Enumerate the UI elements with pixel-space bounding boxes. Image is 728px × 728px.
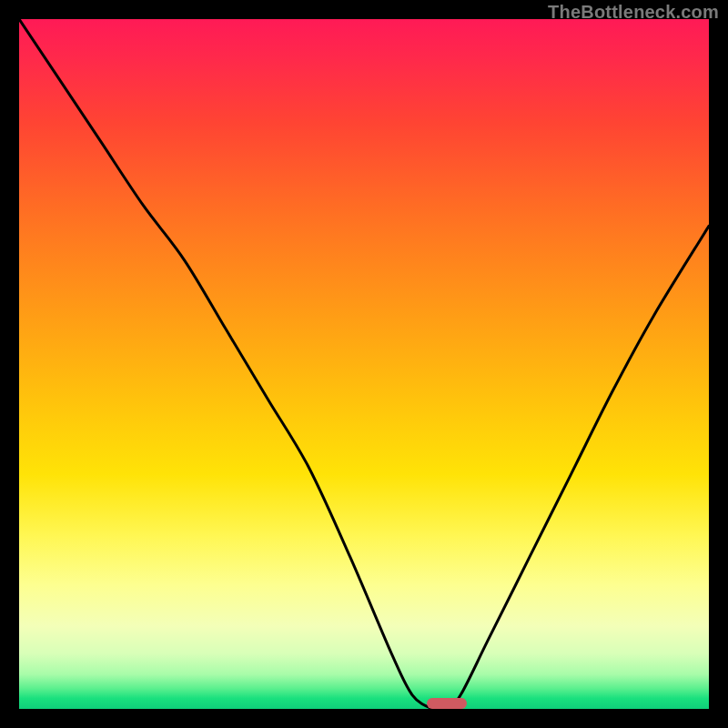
plot-area [19,19,709,709]
curve-path [19,19,709,709]
optimal-marker [427,698,467,709]
watermark-text: TheBottleneck.com [548,2,719,23]
chart-frame: TheBottleneck.com [0,0,728,728]
bottleneck-curve [19,19,709,709]
